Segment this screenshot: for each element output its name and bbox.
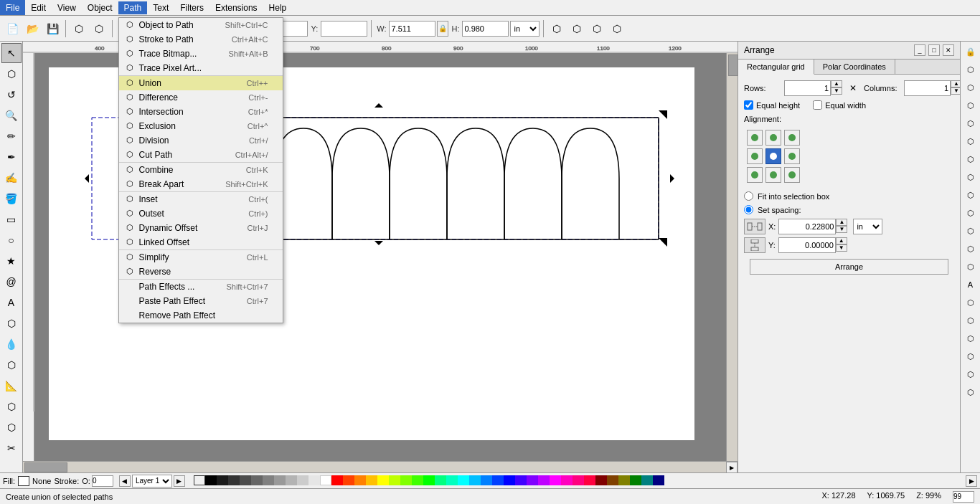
align-right-btn[interactable]: ⬡ <box>588 19 606 38</box>
menu-simplify[interactable]: ⬡ Simplify Ctrl+L <box>119 250 283 265</box>
align-top-left[interactable] <box>747 130 763 146</box>
layer-right-btn[interactable]: ▶ <box>174 475 185 487</box>
pal-lime[interactable] <box>400 475 412 485</box>
pal-brown[interactable] <box>607 475 618 485</box>
arrange-close-btn[interactable]: ✕ <box>943 44 954 56</box>
menu-break-apart[interactable]: ⬡ Break Apart Shift+Ctrl+K <box>119 177 283 191</box>
pal-mint[interactable] <box>446 475 458 485</box>
menu-stroke-to-path[interactable]: ⬡ Stroke to Path Ctrl+Alt+C <box>119 32 283 47</box>
pal-black[interactable] <box>205 475 217 485</box>
import-btn[interactable]: ⬡ <box>70 19 88 38</box>
rt-btn9[interactable]: ⬡ <box>962 204 979 222</box>
align-mid-right[interactable] <box>784 148 800 164</box>
align-mid-center[interactable] <box>765 148 781 164</box>
layer-select[interactable]: Layer 1 <box>132 475 172 488</box>
pal-rose[interactable] <box>584 475 595 485</box>
rect-tool[interactable]: ▭ <box>1 209 22 229</box>
menu-reverse[interactable]: ⬡ Reverse <box>119 265 283 279</box>
pen-tool[interactable]: ✒ <box>1 147 22 167</box>
menu-outset[interactable]: ⬡ Outset Ctrl+) <box>119 206 283 221</box>
menu-object[interactable]: Object <box>82 0 118 15</box>
align-bot-left[interactable] <box>747 167 763 183</box>
open-btn[interactable]: 📂 <box>23 19 42 38</box>
menu-union[interactable]: ⬡ Union Ctrl++ <box>119 76 283 90</box>
arrange-minimize-btn[interactable]: _ <box>914 44 925 56</box>
circle-tool[interactable]: ○ <box>1 230 22 250</box>
export-btn[interactable]: ⬡ <box>90 19 108 38</box>
y-spacing-spin-down[interactable]: ▼ <box>836 244 847 252</box>
cols-spin-down[interactable]: ▼ <box>951 87 960 95</box>
zoom-tool[interactable]: 🔍 <box>1 105 22 125</box>
rt-snap-btn[interactable]: 🔒 <box>962 43 979 60</box>
pal-darkgray2[interactable] <box>228 475 240 485</box>
unit-select[interactable]: inmmcmpxpt <box>510 21 540 37</box>
pal-green1[interactable] <box>412 475 423 485</box>
menu-view[interactable]: View <box>52 0 82 15</box>
dropper-tool[interactable]: 💧 <box>1 334 22 354</box>
align-top-btn[interactable]: ⬡ <box>608 19 626 38</box>
pal-blue2[interactable] <box>504 475 515 485</box>
pal-spring[interactable] <box>435 475 446 485</box>
clip-tool[interactable]: ✂ <box>1 438 22 458</box>
menu-trace-pixel-art[interactable]: ⬡ Trace Pixel Art... <box>119 61 283 75</box>
pal-yellow-green[interactable] <box>389 475 400 485</box>
new-btn[interactable]: 📄 <box>3 19 22 38</box>
menu-inset[interactable]: ⬡ Inset Ctrl+( <box>119 192 283 206</box>
save-btn[interactable]: 💾 <box>43 19 62 38</box>
rt-btn4[interactable]: ⬡ <box>962 115 979 132</box>
rt-btn14[interactable]: ⬡ <box>962 312 979 329</box>
rt-btn3[interactable]: ⬡ <box>962 97 979 114</box>
select-tool[interactable]: ↖ <box>1 43 22 63</box>
menu-extensions[interactable]: Extensions <box>209 0 263 15</box>
rows-input[interactable] <box>784 80 831 96</box>
menu-trace-bitmap[interactable]: ⬡ Trace Bitmap... Shift+Alt+B <box>119 47 283 61</box>
lock-aspect-btn[interactable]: 🔒 <box>437 21 448 37</box>
pal-gray2[interactable] <box>263 475 274 485</box>
tweak-tool[interactable]: ↺ <box>1 85 22 105</box>
palette-scroll-right[interactable]: ▶ <box>966 475 977 487</box>
equal-width-checkbox-container[interactable]: Equal width <box>813 100 866 110</box>
gradient-tool[interactable]: ⬡ <box>1 313 22 333</box>
opacity-input[interactable] <box>92 475 113 487</box>
menu-cut-path[interactable]: ⬡ Cut Path Ctrl+Alt+/ <box>119 148 283 162</box>
pal-orange[interactable] <box>354 475 366 485</box>
pal-olive[interactable] <box>618 475 630 485</box>
pal-orange-red[interactable] <box>343 475 354 485</box>
rt-btn13[interactable]: ⬡ <box>962 294 979 311</box>
menu-difference[interactable]: ⬡ Difference Ctrl+- <box>119 90 283 105</box>
pal-navy[interactable] <box>653 475 664 485</box>
pal-violet[interactable] <box>515 475 527 485</box>
pal-dark-green[interactable] <box>630 475 641 485</box>
menu-path-effects[interactable]: Path Effects ... Shift+Ctrl+7 <box>119 280 283 294</box>
y-spacing-spin-up[interactable]: ▲ <box>836 237 847 244</box>
arrange-maximize-btn[interactable]: □ <box>928 44 940 56</box>
vertical-scrollbar[interactable] <box>726 53 738 461</box>
x-spacing-spin-up[interactable]: ▲ <box>836 219 847 226</box>
paint-bucket-tool[interactable]: 🪣 <box>1 189 22 209</box>
pencil-tool[interactable]: ✏ <box>1 126 22 146</box>
align-bot-right[interactable] <box>784 167 800 183</box>
equal-width-checkbox[interactable] <box>813 100 822 110</box>
menu-object-to-path[interactable]: ⬡ Object to Path Shift+Ctrl+C <box>119 18 283 32</box>
pal-blue1[interactable] <box>492 475 504 485</box>
x-spacing-spin-down[interactable]: ▼ <box>836 226 847 233</box>
hscroll-thumb[interactable] <box>24 462 67 472</box>
rt-btn18[interactable]: ⬡ <box>962 384 979 401</box>
layer-left-btn[interactable]: ◀ <box>119 475 131 487</box>
pal-pink1[interactable] <box>561 475 573 485</box>
pal-dodger-blue[interactable] <box>481 475 492 485</box>
pal-maroon[interactable] <box>595 475 607 485</box>
vscroll-thumb[interactable] <box>728 54 738 76</box>
rt-btn6[interactable]: ⬡ <box>962 151 979 168</box>
menu-text[interactable]: Text <box>147 0 174 15</box>
fit-radio[interactable] <box>744 191 753 201</box>
arrange-button[interactable]: Arrange <box>750 259 948 275</box>
fill-swatch[interactable] <box>18 476 29 486</box>
menu-paste-path-effect[interactable]: Paste Path Effect Ctrl+7 <box>119 294 283 308</box>
menu-linked-offset[interactable]: ⬡ Linked Offset <box>119 235 283 249</box>
pal-darkgray1[interactable] <box>217 475 228 485</box>
pal-pink2[interactable] <box>573 475 584 485</box>
pal-gray1[interactable] <box>251 475 263 485</box>
pal-green2[interactable] <box>423 475 435 485</box>
pal-none[interactable] <box>194 475 205 485</box>
